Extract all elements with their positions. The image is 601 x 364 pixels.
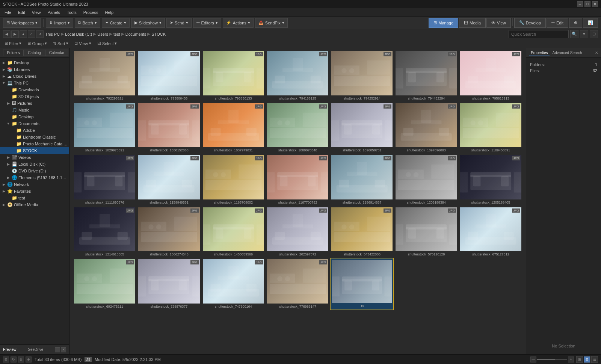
tree-item-photomechanic[interactable]: 📁 Photo Mechanic Catalogs (0, 140, 69, 147)
develop-mode-button[interactable]: 🔧 Develop (514, 18, 546, 28)
photo-cell-6[interactable]: JPG shutterstock_795816913 (459, 50, 523, 102)
tree-item-clouddrives[interactable]: ▶ ☁ Cloud Drives (0, 73, 69, 80)
search-button[interactable]: 🔍 (570, 30, 578, 38)
photo-cell-1[interactable]: JPG shutterstock_793806436 (137, 50, 201, 102)
photo-cell-25[interactable]: JPG shutterstock_543422005 (330, 206, 394, 258)
nav-refresh-button[interactable]: ↺ (36, 30, 44, 38)
photo-cell-2[interactable]: JPG shutterstock_793830133 (201, 50, 266, 102)
right-panel-close-button[interactable]: ✕ (595, 51, 598, 55)
photo-cell-3[interactable]: JPG shutterstock_794168125 (266, 50, 330, 102)
photo-cell-31[interactable]: JPG shutterstock_776986147 (266, 258, 330, 310)
photo-cell-14[interactable]: JPG shutterstock_1111690676 (72, 154, 137, 206)
sendpix-button[interactable]: 📤 SendPix ▾ (255, 18, 288, 28)
status-icon-4[interactable]: ⊗ (26, 356, 32, 362)
group-button[interactable]: ⊞ Group ▾ (26, 41, 48, 46)
search-filter-button[interactable]: ⊟ (590, 30, 598, 38)
photo-cell-9[interactable]: JPG shutterstock_1037979031 (201, 102, 266, 154)
tree-item-videos[interactable]: ▶ 🎬 Videos (0, 154, 69, 161)
search-options-button[interactable]: ▾ (580, 30, 588, 38)
media-mode-button[interactable]: 🎞 Media (459, 18, 486, 28)
tree-item-libraries[interactable]: ▶ 📚 Libraries (0, 66, 69, 73)
select-button[interactable]: ☑ Select ▾ (96, 41, 119, 46)
nav-back-button[interactable]: ◀ (3, 30, 11, 38)
breadcrumb-item-localdisk[interactable]: Local Disk (C:) (65, 32, 92, 36)
photo-cell-11[interactable]: JPG shutterstock_1096050731 (330, 102, 394, 154)
import-button[interactable]: ⬇ Import ▾ (46, 18, 73, 28)
status-icon-1[interactable]: ⊞ (3, 356, 9, 362)
breadcrumb-item-documents[interactable]: Documents (125, 32, 146, 36)
photo-cell-26[interactable]: JPG shutterstock_575120128 (394, 206, 458, 258)
photo-cell-20[interactable]: JPG shutterstock_1205188405 (459, 154, 523, 206)
tree-item-offlinemedia[interactable]: ▶ 📀 Offline Media (0, 201, 69, 208)
tree-item-favorites[interactable]: ▶ ⭐ Favorites (0, 188, 69, 195)
breadcrumb-item-stock[interactable]: STOCK (151, 32, 166, 36)
photo-cell-0[interactable]: JPG shutterstock_792295321 (72, 50, 137, 102)
view-mode-button[interactable]: 👁 View (486, 18, 511, 28)
breadcrumb-item-test[interactable]: test (113, 32, 120, 36)
zoom-in-button[interactable]: + (568, 356, 574, 362)
status-icon-2[interactable]: ↻ (11, 356, 17, 362)
workspaces-button[interactable]: ⊞ Workspaces ▾ (3, 18, 41, 28)
create-button[interactable]: ✦ Create ▾ (102, 18, 130, 28)
menu-view[interactable]: View (29, 9, 44, 15)
photo-cell-8[interactable]: JPG shutterstock_1030152868 (137, 102, 201, 154)
batch-button[interactable]: ⧉ Batch ▾ (75, 18, 100, 28)
status-icon-3[interactable]: ⊕ (18, 356, 24, 362)
photo-cell-23[interactable]: JPG shutterstock_1453059566 (201, 206, 266, 258)
photo-cell-12[interactable]: JPG shutterstock_1097696003 (394, 102, 458, 154)
preview-panel-btn[interactable]: — (55, 347, 60, 352)
minimize-button[interactable]: ─ (577, 1, 583, 7)
photo-cell-17[interactable]: JPG shutterstock_1167700792 (266, 154, 330, 206)
edit-mode-button[interactable]: ✏ Edit (547, 18, 568, 28)
tree-item-documents[interactable]: ▼ 📁 Documents (0, 120, 69, 127)
photo-cell-24[interactable]: JPG shutterstock_202597372 (266, 206, 330, 258)
close-button[interactable]: ✕ (592, 1, 598, 7)
menu-edit[interactable]: Edit (15, 9, 28, 15)
photo-cell-13[interactable]: JPG shutterstock_1109456591 (459, 102, 523, 154)
sort-button[interactable]: ⇅ Sort ▾ (51, 41, 70, 46)
tab-properties[interactable]: Properties (529, 50, 550, 56)
editors-button[interactable]: ✏ Editors ▾ (193, 18, 221, 28)
search-input[interactable] (509, 30, 569, 38)
photo-cell-5[interactable]: JPG shutterstock_794452294 (394, 50, 458, 102)
zoom-slider[interactable] (537, 359, 567, 360)
tree-item-desktop2[interactable]: 📁 Desktop (0, 113, 69, 120)
photo-cell-15[interactable]: JPG shutterstock_1159949551 (137, 154, 201, 206)
tree-item-3dobjects[interactable]: 📁 3D Objects (0, 93, 69, 100)
list-view-button[interactable]: ☰ (591, 356, 598, 363)
tab-seedrive[interactable]: SeeDrive (28, 347, 43, 352)
zoom-out-button[interactable]: — (530, 356, 536, 362)
menu-process[interactable]: Process (80, 9, 101, 15)
photo-cell-10[interactable]: JPG shutterstock_1080070340 (266, 102, 330, 154)
manage-mode-button[interactable]: ⊞ Manage (429, 18, 458, 28)
nav-up-button[interactable]: ▲ (20, 30, 27, 38)
tree-item-adobe[interactable]: 📁 Adobe (0, 127, 69, 134)
actions-button[interactable]: ⚡ Actions ▾ (223, 18, 254, 28)
tree-item-pictures[interactable]: ▶ 🖼 Pictures (0, 100, 69, 107)
photo-cell-22[interactable]: JPG shutterstock_1366274546 (137, 206, 201, 258)
tree-item-dvddrive[interactable]: 💿 DVD Drive (D:) (0, 168, 69, 174)
send-button[interactable]: ➤ Send ▾ (166, 18, 192, 28)
photo-cell-27[interactable]: JPG shutterstock_675127312 (459, 206, 523, 258)
tab-folders[interactable]: Folders (3, 50, 24, 56)
nav-home-button[interactable]: ⌂ (28, 30, 35, 38)
tab-preview[interactable]: Preview (3, 347, 17, 352)
photo-cell-32[interactable]: .ts (330, 258, 394, 310)
menu-tools[interactable]: Tools (64, 9, 80, 15)
photo-cell-21[interactable]: JPG shutterstock_1214615605 (72, 206, 137, 258)
menu-help[interactable]: Help (102, 9, 116, 15)
slideshow-button[interactable]: ▶ Slideshow ▾ (131, 18, 165, 28)
tab-calendar[interactable]: Calendar (45, 50, 69, 56)
menu-panels[interactable]: Panels (44, 9, 63, 15)
photo-cell-28[interactable]: JPG shutterstock_692475211 (72, 258, 137, 310)
tree-item-lightroom[interactable]: 📁 Lightroom Classic (0, 134, 69, 140)
tree-item-stock[interactable]: 📁 STOCK (0, 147, 69, 154)
tree-item-network[interactable]: ▶ 🌐 Network (0, 181, 69, 188)
photo-cell-30[interactable]: JPG shutterstock_747500164 (201, 258, 266, 310)
grid-view-button[interactable]: ⊟ (584, 356, 590, 363)
photo-cell-7[interactable]: JPG shutterstock_1029975691 (72, 102, 137, 154)
photo-cell-18[interactable]: JPG shutterstock_1186914637 (330, 154, 394, 206)
thumbnail-view-button[interactable]: ⊞ (576, 356, 583, 363)
photo-cell-16[interactable]: JPG shutterstock_1165709002 (201, 154, 266, 206)
view-filter-button[interactable]: ⊡ View ▾ (73, 41, 93, 46)
